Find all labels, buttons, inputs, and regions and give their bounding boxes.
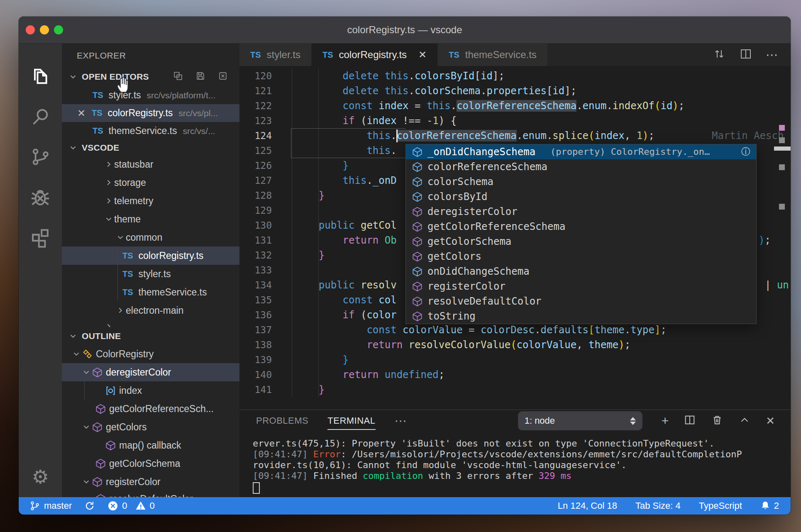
line-number: 132 bbox=[239, 248, 272, 263]
terminal-cursor-line bbox=[253, 481, 791, 496]
code-line[interactable]: 141 } bbox=[239, 382, 791, 397]
chevron-right-icon bbox=[115, 306, 126, 315]
suggestion-item[interactable]: getColorReferenceSchema bbox=[406, 219, 756, 234]
outline-item[interactable]: map() callback bbox=[62, 436, 239, 454]
tree-item[interactable] bbox=[62, 320, 239, 327]
maximize-panel-icon[interactable] bbox=[738, 414, 751, 428]
open-editor-item[interactable]: ✕TScolorRegistry.tssrc/vs/pl... bbox=[62, 104, 239, 122]
tab-styler.ts[interactable]: TSstyler.ts bbox=[239, 44, 312, 66]
sync-icon[interactable] bbox=[84, 500, 95, 511]
symbol-array-icon bbox=[105, 385, 119, 396]
problems-item[interactable]: 0 0 bbox=[107, 500, 155, 511]
split-terminal-icon[interactable] bbox=[684, 414, 696, 428]
code-editor[interactable]: 120 delete this.colorsById[id];121 delet… bbox=[239, 66, 791, 410]
git-branch-item[interactable]: master bbox=[29, 500, 72, 511]
split-editor-icon[interactable] bbox=[739, 47, 752, 62]
code-line[interactable]: 140 return undefined; bbox=[239, 367, 791, 382]
cursor-position-item[interactable]: Ln 124, Col 18 bbox=[558, 500, 617, 511]
suggestion-item[interactable]: resolveDefaultColor bbox=[406, 294, 756, 309]
outline-item[interactable]: getColors bbox=[62, 418, 239, 436]
close-panel-icon[interactable]: ✕ bbox=[766, 415, 775, 427]
compare-icon[interactable] bbox=[713, 47, 726, 62]
tree-item[interactable]: telemetry bbox=[62, 192, 239, 210]
code-line[interactable]: 122 const index = this.colorReferenceSch… bbox=[239, 98, 791, 113]
language-mode-item[interactable]: TypeScript bbox=[699, 500, 742, 511]
vscode-window: colorRegistry.ts — vscode bbox=[19, 17, 791, 515]
minimize-window-button[interactable] bbox=[40, 25, 49, 34]
outline-item[interactable]: ColorRegistry bbox=[62, 345, 239, 363]
outline-item[interactable]: getColorSchema bbox=[62, 454, 239, 473]
terminal-output[interactable]: erver.ts(475,15): Property 'isBuilt' doe… bbox=[239, 432, 791, 497]
branch-name: master bbox=[44, 500, 72, 511]
code-line[interactable]: 137 const colorValue = colorDesc.default… bbox=[239, 322, 791, 337]
editor-layout-icon[interactable] bbox=[172, 70, 184, 84]
outline-item[interactable]: deregisterColor bbox=[62, 363, 239, 381]
debug-icon[interactable] bbox=[19, 177, 62, 217]
suggestion-item[interactable]: colorsById bbox=[406, 189, 756, 204]
sidebar-title: EXPLORER bbox=[62, 44, 239, 67]
kill-terminal-icon[interactable] bbox=[711, 414, 723, 428]
open-editor-item[interactable]: TSthemeService.tssrc/vs/... bbox=[62, 122, 239, 140]
tree-item[interactable]: TSthemeService.ts bbox=[62, 283, 239, 301]
outline-item[interactable]: registerColor bbox=[62, 473, 239, 491]
extensions-icon[interactable] bbox=[19, 217, 62, 257]
close-window-button[interactable] bbox=[26, 25, 35, 34]
code-line[interactable]: 139 } bbox=[239, 352, 791, 367]
title-bar[interactable]: colorRegistry.ts — vscode bbox=[19, 17, 791, 44]
suggestion-item[interactable]: getColors bbox=[406, 249, 756, 264]
tree-item[interactable]: electron-main bbox=[62, 301, 239, 320]
code-line[interactable]: 121 delete this.colorSchema.properties[i… bbox=[239, 83, 791, 98]
settings-gear-icon[interactable]: ⚙ bbox=[19, 466, 62, 488]
code-line[interactable]: 120 delete this.colorsById[id]; bbox=[239, 68, 791, 83]
suggestion-item[interactable]: onDidChangeSchema bbox=[406, 264, 756, 279]
outline-header[interactable]: OUTLINE bbox=[62, 327, 239, 345]
tab-terminal[interactable]: TERMINAL bbox=[327, 415, 375, 430]
info-icon[interactable]: ⓘ bbox=[741, 144, 750, 159]
tab-colorRegistry.ts[interactable]: TScolorRegistry.ts✕ bbox=[312, 44, 438, 66]
open-editor-item[interactable]: TSstyler.tssrc/vs/platform/t... bbox=[62, 86, 239, 104]
tree-item[interactable]: TSstyler.ts bbox=[62, 265, 239, 283]
suggestion-item[interactable]: toString bbox=[406, 309, 756, 324]
symbol-method-icon bbox=[412, 296, 427, 307]
tab-themeService.ts[interactable]: TSthemeService.ts bbox=[438, 44, 548, 66]
close-all-editors-icon[interactable] bbox=[217, 70, 229, 84]
tree-item[interactable]: storage bbox=[62, 173, 239, 192]
ts-badge: TS bbox=[449, 50, 459, 60]
terminal-select[interactable]: 1: node bbox=[518, 411, 642, 430]
new-terminal-icon[interactable]: + bbox=[662, 414, 669, 428]
suggestion-item[interactable]: getColorSchema bbox=[406, 234, 756, 249]
symbol-method-icon bbox=[92, 367, 106, 378]
outline-item[interactable]: getColorReferenceSch... bbox=[62, 400, 239, 418]
outline-item[interactable]: resolveDefaultColor bbox=[62, 491, 239, 497]
tab-problems[interactable]: PROBLEMS bbox=[256, 415, 308, 426]
code-line[interactable]: 123 if (index !== -1) { bbox=[239, 113, 791, 128]
save-all-icon[interactable] bbox=[195, 70, 206, 84]
tree-item[interactable]: statusbar bbox=[62, 155, 239, 173]
suggestion-item[interactable]: deregisterColor bbox=[406, 204, 756, 219]
tree-item[interactable]: common bbox=[62, 228, 239, 246]
line-number: 135 bbox=[239, 293, 272, 307]
open-editors-header[interactable]: OPEN EDITORS bbox=[62, 67, 239, 86]
ts-badge: TS bbox=[92, 108, 103, 118]
source-control-icon[interactable] bbox=[19, 137, 62, 177]
zoom-window-button[interactable] bbox=[54, 25, 63, 34]
suggestion-item[interactable]: colorReferenceSchema bbox=[406, 159, 756, 174]
symbol-method-icon bbox=[92, 476, 106, 488]
close-icon[interactable]: ✕ bbox=[76, 107, 87, 119]
terminal-select-value: 1: node bbox=[525, 415, 555, 426]
suggestion-item[interactable]: _onDidChangeSchema(property) ColorRegist… bbox=[406, 144, 756, 159]
symbol-field-icon bbox=[412, 176, 427, 188]
code-line[interactable]: 138 return resolveColorValue(colorValue,… bbox=[239, 337, 791, 352]
outline-item[interactable]: index bbox=[62, 381, 239, 400]
suggestion-item[interactable]: colorSchema bbox=[406, 174, 756, 189]
explorer-icon[interactable] bbox=[19, 56, 62, 96]
notifications-item[interactable]: 2 bbox=[760, 500, 779, 511]
tree-item[interactable]: TScolorRegistry.ts bbox=[62, 246, 239, 265]
folder-section-header[interactable]: VSCODE bbox=[62, 140, 239, 155]
tree-item[interactable]: theme bbox=[62, 210, 239, 228]
suggestion-item[interactable]: registerColor bbox=[406, 279, 756, 294]
tab-size-item[interactable]: Tab Size: 4 bbox=[635, 500, 681, 511]
close-icon[interactable]: ✕ bbox=[418, 49, 427, 61]
search-icon[interactable] bbox=[19, 96, 62, 137]
symbol-field-icon bbox=[412, 191, 427, 203]
